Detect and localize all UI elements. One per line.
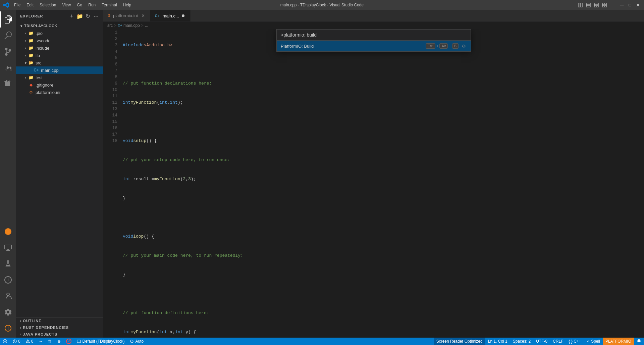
rust-section[interactable]: › RUST DEPENDENCIES <box>16 324 103 331</box>
status-auto[interactable]: Auto <box>127 338 146 345</box>
layout-btn-4[interactable] <box>602 2 607 8</box>
menu-edit[interactable]: Edit <box>24 2 36 8</box>
menu-selection[interactable]: Selection <box>37 2 59 8</box>
folder-pio[interactable]: › 📁 .pio <box>16 30 103 37</box>
status-sync[interactable]: → <box>36 338 45 345</box>
breadcrumb-src[interactable]: src <box>107 23 113 28</box>
maximize-button[interactable]: □ <box>627 2 633 8</box>
outline-section[interactable]: › OUTLINE <box>16 317 103 324</box>
activity-search[interactable] <box>0 28 16 44</box>
status-circle[interactable]: ✓ <box>63 338 74 345</box>
tab-main-cpp[interactable]: C+ main.c... <box>150 10 191 21</box>
breadcrumb-more[interactable]: ... <box>145 23 148 28</box>
status-language[interactable]: { } C++ <box>566 338 584 345</box>
command-item-build[interactable]: PlatformIO: Build Ctrl + Alt + B ⚙ <box>277 41 471 51</box>
check-icon: ✓ <box>67 340 70 343</box>
line-num-3: 3 <box>106 42 117 48</box>
code-line-15: // put function definitions here: <box>123 310 621 316</box>
folder-include[interactable]: › 📁 include <box>16 44 103 52</box>
status-default-env[interactable]: Default (TDisplayClock) <box>74 338 127 345</box>
rust-label: RUST DEPENDENCIES <box>23 326 69 330</box>
folder-pio-label: .pio <box>36 31 43 36</box>
tab-close-ini[interactable]: × <box>141 13 146 18</box>
status-remote[interactable] <box>0 338 10 345</box>
menu-terminal[interactable]: Terminal <box>99 2 119 8</box>
collapse-button[interactable]: ⋯ <box>93 13 99 19</box>
window-title: main.cpp - TDisplayClock - Visual Studio… <box>280 3 364 7</box>
activity-run-debug[interactable] <box>0 60 16 76</box>
code-line-11: void loop() { <box>123 233 621 240</box>
chevron-right-icon: › <box>23 31 28 36</box>
activity-account[interactable] <box>0 288 16 304</box>
status-cursor-position[interactable]: Ln 1, Col 1 <box>485 338 510 345</box>
svg-rect-1 <box>581 3 582 7</box>
menu-file[interactable]: File <box>11 2 23 8</box>
activity-settings[interactable] <box>0 304 16 320</box>
chevron-right-icon: › <box>23 45 28 51</box>
status-delete[interactable]: 🗑 <box>45 338 55 345</box>
activity-test[interactable] <box>0 256 16 272</box>
activity-board[interactable] <box>0 240 16 256</box>
close-button[interactable]: ✕ <box>635 2 641 8</box>
minimize-button[interactable]: ─ <box>619 2 625 8</box>
command-palette-input[interactable] <box>281 32 467 38</box>
svg-rect-3 <box>586 5 590 7</box>
breadcrumb-main-cpp[interactable]: main.cpp <box>123 23 140 28</box>
new-file-button[interactable]: + <box>68 13 75 19</box>
menu-go[interactable]: Go <box>74 2 85 8</box>
layout-btn-1[interactable] <box>578 2 583 8</box>
folder-icon: 📁 <box>28 53 34 58</box>
command-gear-icon[interactable]: ⚙ <box>461 43 467 49</box>
status-spaces[interactable]: Spaces: 2 <box>510 338 533 345</box>
activity-explorer[interactable] <box>0 11 16 28</box>
java-section[interactable]: › JAVA PROJECTS <box>16 331 103 338</box>
status-add[interactable]: ⊕ <box>55 338 63 345</box>
file-main-cpp[interactable]: › C+ main.cpp <box>16 66 103 74</box>
minimap <box>624 29 644 338</box>
folder-test[interactable]: › 📁 test <box>16 74 103 81</box>
folder-icon: 📁 <box>28 38 34 43</box>
code-line-3: // put function declarations here: <box>123 80 621 87</box>
layout-btn-3[interactable] <box>594 2 599 8</box>
cpp-tab-icon: C+ <box>154 14 160 18</box>
status-platformio[interactable]: PLATFORMIO <box>603 338 634 345</box>
file-gitignore[interactable]: › ◆ .gitignore <box>16 81 103 89</box>
status-notifications[interactable] <box>634 338 644 345</box>
folder-vscode[interactable]: › 📁 .vscode <box>16 37 103 44</box>
svg-rect-4 <box>594 3 598 5</box>
file-tree: ▾ TDISPLAYCLOCK › 📁 .pio › 📁 .vscode › 📁… <box>16 22 103 317</box>
layout-btn-2[interactable] <box>586 2 591 8</box>
line-num-2: 2 <box>106 36 117 42</box>
kbd-ctrl: Ctrl <box>426 43 435 49</box>
refresh-button[interactable]: ↻ <box>85 13 91 19</box>
menu-view[interactable]: View <box>59 2 73 8</box>
screen-reader-badge[interactable]: Screen Reader Optimized <box>434 338 485 345</box>
menu-run[interactable]: Run <box>86 2 98 8</box>
status-spell[interactable]: ✓ Spell <box>584 338 603 345</box>
status-warnings[interactable]: 0 <box>23 338 36 345</box>
sidebar-title: EXPLORER <box>20 14 43 18</box>
editor-content: PlatformIO: Build Ctrl + Alt + B ⚙ 1 <box>103 29 644 338</box>
activity-pio[interactable] <box>0 224 16 240</box>
activity-source-control[interactable] <box>0 44 16 60</box>
status-eol[interactable]: CRLF <box>550 338 566 345</box>
line-num-9: 9 <box>106 80 117 87</box>
activity-alien[interactable] <box>0 320 16 336</box>
new-folder-button[interactable]: 📁 <box>76 13 83 19</box>
chevron-right-icon: › <box>20 326 21 330</box>
line-num-10: 10 <box>106 87 117 93</box>
code-editor[interactable]: #include <Arduino.h> // put function dec… <box>120 29 624 338</box>
folder-icon: 📁 <box>28 31 34 36</box>
folder-src[interactable]: ▾ 📂 src <box>16 59 103 66</box>
folder-lib[interactable]: › 📁 lib <box>16 52 103 59</box>
file-platformio-ini[interactable]: › ⚙ platformio.ini <box>16 89 103 96</box>
activity-inspect[interactable] <box>0 272 16 288</box>
cpp-file-icon: C+ <box>34 67 39 73</box>
file-platformio-ini-label: platformio.ini <box>36 90 60 95</box>
project-root[interactable]: ▾ TDISPLAYCLOCK <box>16 22 103 30</box>
menu-help[interactable]: Help <box>120 2 134 8</box>
status-encoding[interactable]: UTF-8 <box>533 338 550 345</box>
tab-platformio-ini[interactable]: ⚙ platformio.ini × <box>103 10 150 21</box>
status-errors[interactable]: 0 <box>10 338 23 345</box>
activity-extensions[interactable] <box>0 76 16 92</box>
